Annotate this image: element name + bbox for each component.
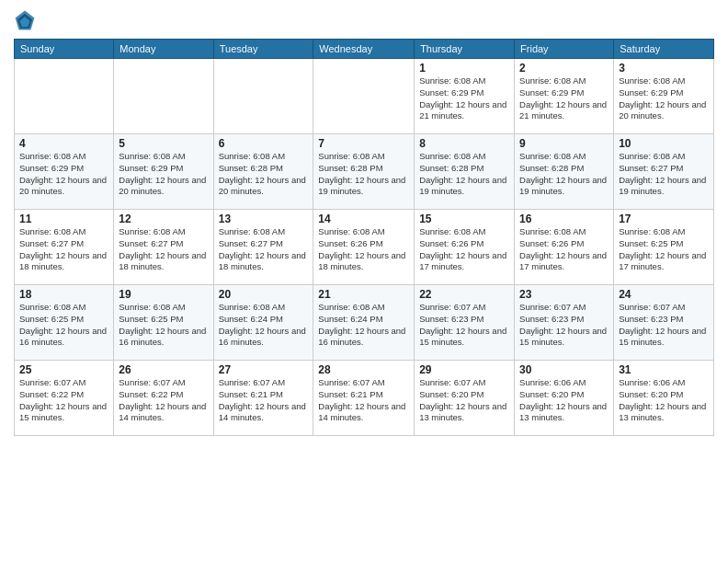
calendar-cell: 26Sunrise: 6:07 AMSunset: 6:22 PMDayligh… [114, 361, 213, 436]
day-info: Sunrise: 6:07 AMSunset: 6:22 PMDaylight:… [119, 377, 208, 424]
day-info: Sunrise: 6:08 AMSunset: 6:27 PMDaylight:… [219, 226, 309, 273]
col-header-sunday: Sunday [15, 40, 114, 59]
day-info: Sunrise: 6:07 AMSunset: 6:22 PMDaylight:… [19, 377, 108, 424]
day-number: 15 [419, 213, 509, 225]
day-info: Sunrise: 6:08 AMSunset: 6:28 PMDaylight:… [419, 151, 509, 198]
calendar-cell: 27Sunrise: 6:07 AMSunset: 6:21 PMDayligh… [213, 361, 313, 436]
calendar-cell: 5Sunrise: 6:08 AMSunset: 6:29 PMDaylight… [114, 134, 213, 210]
page: SundayMondayTuesdayWednesdayThursdayFrid… [0, 0, 728, 563]
day-number: 16 [519, 213, 609, 225]
calendar-cell: 21Sunrise: 6:08 AMSunset: 6:24 PMDayligh… [313, 285, 415, 361]
calendar-cell: 2Sunrise: 6:08 AMSunset: 6:29 PMDaylight… [515, 59, 614, 134]
calendar-cell: 4Sunrise: 6:08 AMSunset: 6:29 PMDaylight… [15, 134, 114, 210]
day-number: 12 [119, 213, 208, 225]
calendar-cell: 16Sunrise: 6:08 AMSunset: 6:26 PMDayligh… [515, 210, 614, 285]
day-info: Sunrise: 6:07 AMSunset: 6:23 PMDaylight:… [419, 302, 509, 349]
day-number: 18 [19, 288, 108, 301]
calendar-cell: 28Sunrise: 6:07 AMSunset: 6:21 PMDayligh… [313, 361, 415, 436]
calendar-cell: 11Sunrise: 6:08 AMSunset: 6:27 PMDayligh… [15, 210, 114, 285]
logo [14, 9, 40, 31]
day-info: Sunrise: 6:08 AMSunset: 6:24 PMDaylight:… [318, 302, 409, 349]
calendar-cell: 7Sunrise: 6:08 AMSunset: 6:28 PMDaylight… [313, 134, 415, 210]
col-header-monday: Monday [114, 40, 213, 59]
day-info: Sunrise: 6:07 AMSunset: 6:23 PMDaylight:… [619, 302, 709, 349]
day-info: Sunrise: 6:08 AMSunset: 6:28 PMDaylight:… [318, 151, 409, 198]
day-info: Sunrise: 6:08 AMSunset: 6:29 PMDaylight:… [519, 75, 609, 122]
day-info: Sunrise: 6:07 AMSunset: 6:21 PMDaylight:… [318, 377, 409, 424]
day-number: 1 [419, 62, 509, 75]
day-info: Sunrise: 6:08 AMSunset: 6:27 PMDaylight:… [119, 226, 208, 273]
day-info: Sunrise: 6:08 AMSunset: 6:29 PMDaylight:… [19, 151, 108, 198]
day-number: 5 [119, 137, 208, 150]
calendar-cell: 29Sunrise: 6:07 AMSunset: 6:20 PMDayligh… [415, 361, 515, 436]
day-info: Sunrise: 6:08 AMSunset: 6:26 PMDaylight:… [519, 226, 609, 273]
day-info: Sunrise: 6:08 AMSunset: 6:27 PMDaylight:… [619, 151, 709, 198]
day-info: Sunrise: 6:07 AMSunset: 6:20 PMDaylight:… [419, 377, 509, 424]
day-info: Sunrise: 6:08 AMSunset: 6:25 PMDaylight:… [619, 226, 709, 273]
calendar-cell: 22Sunrise: 6:07 AMSunset: 6:23 PMDayligh… [415, 285, 515, 361]
calendar-cell: 10Sunrise: 6:08 AMSunset: 6:27 PMDayligh… [614, 134, 714, 210]
day-info: Sunrise: 6:08 AMSunset: 6:25 PMDaylight:… [19, 302, 108, 349]
day-number: 10 [619, 137, 709, 150]
day-number: 3 [619, 62, 709, 75]
day-info: Sunrise: 6:08 AMSunset: 6:27 PMDaylight:… [19, 226, 108, 273]
calendar-cell: 3Sunrise: 6:08 AMSunset: 6:29 PMDaylight… [614, 59, 714, 134]
day-number: 31 [619, 363, 709, 376]
day-info: Sunrise: 6:08 AMSunset: 6:26 PMDaylight:… [419, 226, 509, 273]
day-info: Sunrise: 6:07 AMSunset: 6:23 PMDaylight:… [519, 302, 609, 349]
calendar-cell: 14Sunrise: 6:08 AMSunset: 6:26 PMDayligh… [313, 210, 415, 285]
calendar-cell: 9Sunrise: 6:08 AMSunset: 6:28 PMDaylight… [515, 134, 614, 210]
day-info: Sunrise: 6:08 AMSunset: 6:29 PMDaylight:… [119, 151, 208, 198]
header [14, 9, 714, 31]
day-number: 25 [19, 363, 108, 376]
calendar-cell: 30Sunrise: 6:06 AMSunset: 6:20 PMDayligh… [515, 361, 614, 436]
calendar-week-4: 25Sunrise: 6:07 AMSunset: 6:22 PMDayligh… [15, 361, 714, 436]
col-header-saturday: Saturday [614, 40, 714, 59]
day-number: 7 [318, 137, 409, 150]
day-number: 27 [219, 363, 309, 376]
col-header-tuesday: Tuesday [213, 40, 313, 59]
calendar-cell [313, 59, 415, 134]
calendar-cell [114, 59, 213, 134]
calendar-cell [213, 59, 313, 134]
calendar-cell: 13Sunrise: 6:08 AMSunset: 6:27 PMDayligh… [213, 210, 313, 285]
day-number: 22 [419, 288, 509, 301]
calendar-cell: 19Sunrise: 6:08 AMSunset: 6:25 PMDayligh… [114, 285, 213, 361]
day-number: 29 [419, 363, 509, 376]
day-info: Sunrise: 6:08 AMSunset: 6:28 PMDaylight:… [219, 151, 309, 198]
day-info: Sunrise: 6:08 AMSunset: 6:26 PMDaylight:… [318, 226, 409, 273]
calendar-cell: 17Sunrise: 6:08 AMSunset: 6:25 PMDayligh… [614, 210, 714, 285]
day-number: 6 [219, 137, 309, 150]
day-number: 11 [19, 213, 108, 225]
calendar-week-0: 1Sunrise: 6:08 AMSunset: 6:29 PMDaylight… [15, 59, 714, 134]
calendar-cell: 8Sunrise: 6:08 AMSunset: 6:28 PMDaylight… [415, 134, 515, 210]
day-number: 26 [119, 363, 208, 376]
calendar-cell: 24Sunrise: 6:07 AMSunset: 6:23 PMDayligh… [614, 285, 714, 361]
day-info: Sunrise: 6:08 AMSunset: 6:29 PMDaylight:… [419, 75, 509, 122]
day-number: 19 [119, 288, 208, 301]
day-number: 2 [519, 62, 609, 75]
calendar-week-1: 4Sunrise: 6:08 AMSunset: 6:29 PMDaylight… [15, 134, 714, 210]
day-number: 14 [318, 213, 409, 225]
calendar-header-row: SundayMondayTuesdayWednesdayThursdayFrid… [15, 40, 714, 59]
day-info: Sunrise: 6:06 AMSunset: 6:20 PMDaylight:… [619, 377, 709, 424]
day-number: 23 [519, 288, 609, 301]
col-header-thursday: Thursday [415, 40, 515, 59]
calendar-cell: 25Sunrise: 6:07 AMSunset: 6:22 PMDayligh… [15, 361, 114, 436]
day-number: 28 [318, 363, 409, 376]
calendar-cell: 23Sunrise: 6:07 AMSunset: 6:23 PMDayligh… [515, 285, 614, 361]
calendar-week-2: 11Sunrise: 6:08 AMSunset: 6:27 PMDayligh… [15, 210, 714, 285]
day-info: Sunrise: 6:08 AMSunset: 6:28 PMDaylight:… [519, 151, 609, 198]
logo-icon [14, 9, 36, 31]
day-number: 4 [19, 137, 108, 150]
calendar-table: SundayMondayTuesdayWednesdayThursdayFrid… [14, 39, 714, 436]
calendar-cell: 1Sunrise: 6:08 AMSunset: 6:29 PMDaylight… [415, 59, 515, 134]
calendar-cell: 12Sunrise: 6:08 AMSunset: 6:27 PMDayligh… [114, 210, 213, 285]
day-info: Sunrise: 6:06 AMSunset: 6:20 PMDaylight:… [519, 377, 609, 424]
col-header-friday: Friday [515, 40, 614, 59]
day-number: 24 [619, 288, 709, 301]
calendar-cell: 18Sunrise: 6:08 AMSunset: 6:25 PMDayligh… [15, 285, 114, 361]
day-info: Sunrise: 6:08 AMSunset: 6:25 PMDaylight:… [119, 302, 208, 349]
day-number: 21 [318, 288, 409, 301]
calendar-cell: 20Sunrise: 6:08 AMSunset: 6:24 PMDayligh… [213, 285, 313, 361]
